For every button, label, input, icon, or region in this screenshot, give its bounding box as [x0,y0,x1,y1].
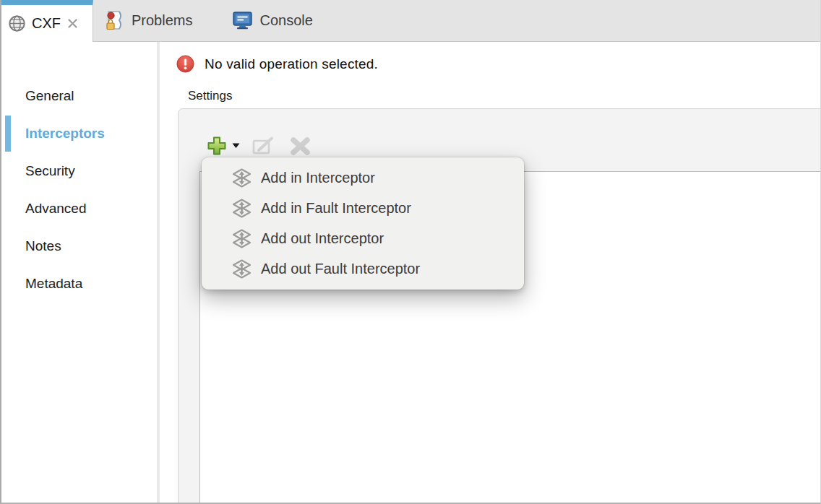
sidebar-item-metadata[interactable]: Metadata [1,265,157,303]
edit-button[interactable] [252,136,275,156]
tab-problems[interactable]: Problems [93,0,204,41]
error-icon [176,55,194,73]
problems-icon [105,10,124,31]
menu-item-label: Add out Interceptor [261,230,384,247]
sidebar-item-security[interactable]: Security [1,152,157,190]
menu-item-add-out-interceptor[interactable]: Add out Interceptor [202,223,524,253]
sidebar-item-interceptors[interactable]: Interceptors [1,115,157,152]
interceptor-icon [232,198,252,219]
add-button[interactable] [206,135,228,157]
settings-section-label: Settings [188,89,232,103]
tab-label-cxf: CXF [32,15,61,32]
interceptor-icon [232,228,252,249]
chevron-down-icon[interactable] [232,143,240,149]
menu-item-label: Add in Interceptor [261,170,375,186]
sidebar-item-general[interactable]: General [1,77,157,115]
sidebar-nav-list: General Interceptors Security Advanced N… [1,77,157,303]
main-area: No valid operation selected. Settings [160,42,820,503]
cxf-editor-window: CXF Problems [0,0,821,504]
console-icon [233,11,252,30]
close-icon[interactable] [66,17,79,30]
menu-item-add-out-fault-interceptor[interactable]: Add out Fault Interceptor [202,253,524,284]
tab-bar: CXF Problems [1,0,820,41]
error-message: No valid operation selected. [205,56,378,72]
delete-icon [289,136,311,157]
tab-console[interactable]: Console [221,0,324,41]
tab-bar-divider [93,41,820,42]
plus-icon [206,135,228,157]
interceptor-icon [232,168,252,188]
error-banner: No valid operation selected. [176,55,378,73]
interceptor-icon [232,258,252,279]
settings-toolbar [206,135,311,157]
globe-icon [8,14,26,32]
tab-label-console: Console [259,12,312,29]
menu-item-label: Add in Fault Interceptor [261,200,411,217]
sidebar: General Interceptors Security Advanced N… [1,42,157,503]
menu-item-label: Add out Fault Interceptor [261,261,420,277]
add-interceptor-menu: Add in Interceptor Add in Fault Intercep… [202,157,524,290]
delete-button[interactable] [289,136,311,157]
menu-item-add-in-fault-interceptor[interactable]: Add in Fault Interceptor [202,193,524,223]
sidebar-item-advanced[interactable]: Advanced [1,190,157,227]
tab-cxf[interactable]: CXF [1,0,93,42]
edit-icon [252,136,275,156]
sidebar-item-notes[interactable]: Notes [1,227,157,265]
tab-label-problems: Problems [132,12,192,29]
menu-item-add-in-interceptor[interactable]: Add in Interceptor [202,162,524,193]
